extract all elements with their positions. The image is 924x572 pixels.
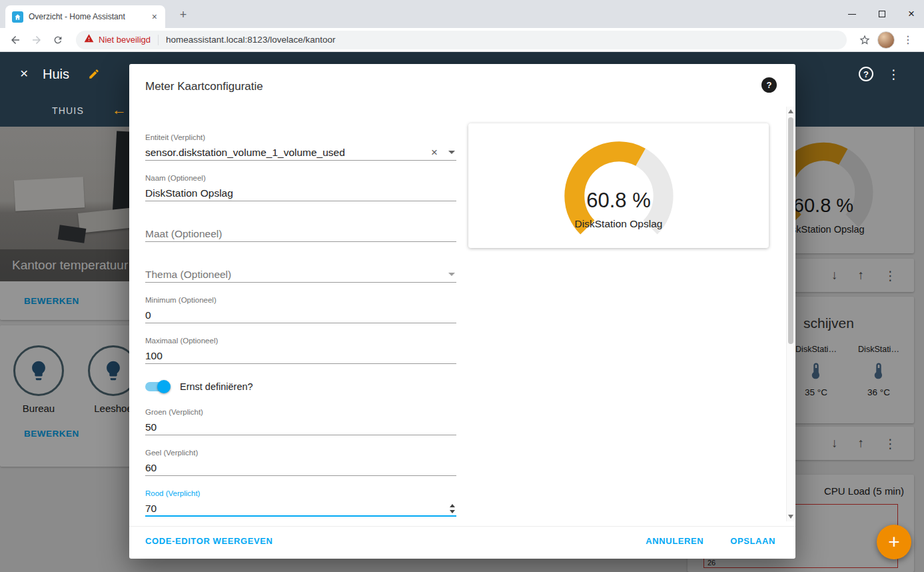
window-controls: ×	[848, 0, 915, 28]
theme-dropdown-icon[interactable]	[448, 273, 455, 276]
entity-input[interactable]: sensor.diskstation_volume_1_volume_used …	[145, 144, 456, 161]
edit-pencil-icon[interactable]	[88, 68, 100, 83]
cancel-button[interactable]: ANNULEREN	[646, 536, 703, 546]
scrollbar-up-icon[interactable]	[788, 109, 793, 113]
omnibox-divider	[158, 35, 159, 45]
browser-menu-icon[interactable]: ⋮	[899, 33, 917, 46]
minimum-input[interactable]: 0	[145, 307, 456, 323]
config-form: Entiteit (Verplicht) sensor.diskstation_…	[145, 133, 456, 530]
new-tab-button[interactable]: +	[175, 7, 192, 24]
back-icon[interactable]	[7, 31, 24, 49]
dialog-help-icon[interactable]: ?	[761, 77, 777, 93]
green-input[interactable]: 50	[145, 419, 456, 435]
security-warning-label[interactable]: Niet beveiligd	[99, 35, 151, 45]
window-maximize-button[interactable]	[879, 11, 885, 17]
view-title: Huis	[43, 67, 69, 82]
home-assistant-favicon-icon	[12, 11, 23, 23]
severity-toggle[interactable]	[145, 382, 168, 391]
move-view-left-icon[interactable]: ←	[112, 101, 127, 119]
overflow-menu-icon[interactable]: ⋮	[887, 67, 900, 82]
entity-field[interactable]: Entiteit (Verplicht) sensor.diskstation_…	[145, 133, 456, 161]
scrollbar-down-icon[interactable]	[788, 515, 793, 519]
maximum-input[interactable]: 100	[145, 347, 456, 364]
tab-thuis[interactable]: THUIS	[52, 105, 84, 116]
gauge-preview-name: DiskStation Opslag	[468, 218, 769, 230]
scrollbar-thumb[interactable]	[788, 117, 793, 344]
name-input[interactable]: DiskStation Opslag	[145, 185, 456, 201]
unit-field[interactable]: Maat (Optioneel)	[145, 215, 456, 242]
theme-field[interactable]: Thema (Optioneel)	[145, 255, 456, 283]
stepper-up-icon[interactable]	[450, 504, 455, 507]
severity-toggle-row: Ernst definiëren?	[145, 377, 456, 396]
address-bar[interactable]: Niet beveiligd homeassistant.local:8123/…	[76, 31, 847, 49]
unit-input[interactable]: Maat (Optioneel)	[145, 225, 456, 242]
red-field[interactable]: Rood (Verplicht) 70	[145, 489, 456, 517]
url-text[interactable]: homeassistant.local:8123/lovelace/kantoo…	[166, 35, 335, 45]
yellow-field[interactable]: Geel (Verplicht) 60	[145, 449, 456, 476]
dialog-scrollbar[interactable]	[786, 107, 794, 521]
yellow-input[interactable]: 60	[145, 459, 456, 476]
entity-dropdown-icon[interactable]	[448, 151, 455, 154]
green-field[interactable]: Groen (Verplicht) 50	[145, 408, 456, 435]
browser-toolbar: Niet beveiligd homeassistant.local:8123/…	[0, 28, 924, 52]
window-minimize-button[interactable]	[848, 14, 856, 15]
gauge-preview-value: 60.8 %	[468, 189, 769, 213]
bookmark-star-icon[interactable]	[856, 31, 873, 49]
gauge-card-config-dialog: Meter Kaartconfiguratie ? Entiteit (Verp…	[129, 64, 795, 559]
clear-entity-icon[interactable]: ×	[431, 146, 438, 159]
refresh-icon[interactable]	[49, 31, 67, 49]
dialog-title: Meter Kaartconfiguratie	[145, 80, 263, 93]
home-assistant-page: Kantoor temperatuur BEWERKEN Bureau	[0, 52, 924, 572]
number-stepper	[450, 504, 455, 513]
stepper-down-icon[interactable]	[450, 510, 455, 513]
minimum-field[interactable]: Minimum (Optioneel) 0	[145, 296, 456, 323]
theme-select[interactable]: Thema (Optioneel)	[145, 266, 456, 283]
window-close-button[interactable]: ×	[908, 11, 915, 17]
dialog-footer: CODE-EDITOR WEERGEVEN ANNULEREN OPSLAAN	[145, 531, 775, 551]
security-warning-icon	[84, 33, 94, 46]
browser-tab-bar: Overzicht - Home Assistant × + ×	[0, 0, 924, 28]
forward-icon[interactable]	[28, 31, 45, 49]
red-input[interactable]: 70	[145, 500, 456, 517]
save-button[interactable]: OPSLAAN	[730, 536, 775, 546]
tab-title: Overzicht - Home Assistant	[29, 12, 144, 21]
browser-tab[interactable]: Overzicht - Home Assistant ×	[5, 5, 165, 28]
show-code-editor-button[interactable]: CODE-EDITOR WEERGEVEN	[145, 536, 273, 546]
footer-divider	[129, 526, 795, 527]
gauge-preview-card: 60.8 % DiskStation Opslag	[468, 123, 769, 248]
profile-avatar[interactable]	[877, 31, 895, 49]
tab-close-icon[interactable]: ×	[149, 11, 160, 22]
exit-edit-mode-icon[interactable]: ×	[20, 65, 28, 81]
name-field[interactable]: Naam (Optioneel) DiskStation Opslag	[145, 174, 456, 201]
add-card-fab[interactable]: +	[877, 525, 911, 559]
maximum-field[interactable]: Maximaal (Optioneel) 100	[145, 337, 456, 364]
severity-toggle-label: Ernst definiëren?	[180, 381, 253, 392]
help-icon[interactable]: ?	[859, 67, 873, 81]
screen: Overzicht - Home Assistant × + × Niet be…	[0, 0, 924, 572]
